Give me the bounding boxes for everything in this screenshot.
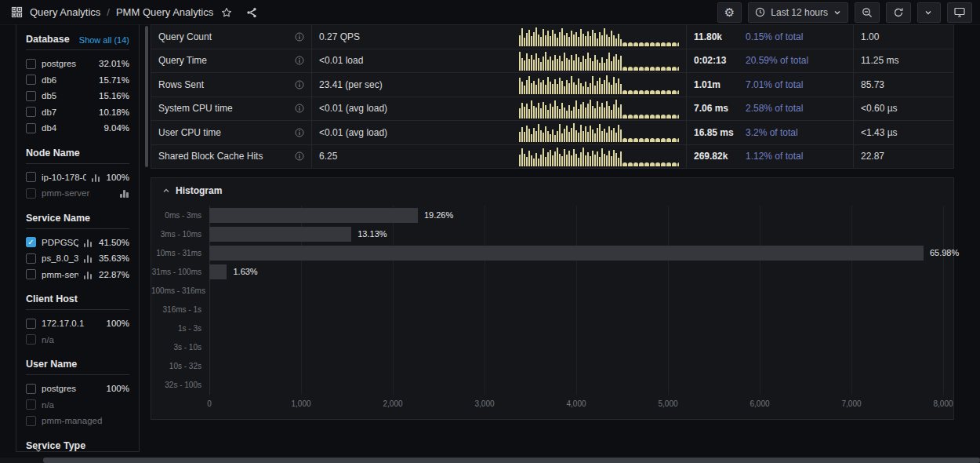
apps-grid-icon[interactable] <box>9 5 24 20</box>
histogram-bucket-label: 1s - 3s <box>151 324 201 333</box>
zoom-out-button[interactable] <box>855 2 880 23</box>
histogram-x-axis: 01,0002,0003,0004,0005,0006,0007,0008,00… <box>209 399 943 410</box>
mini-bar-chart-icon[interactable] <box>120 188 129 198</box>
mini-bar-chart-icon[interactable] <box>84 270 93 279</box>
filter-checkbox[interactable] <box>26 253 36 264</box>
mini-bar-chart-icon[interactable] <box>84 253 93 263</box>
metric-name: User CPU time <box>158 127 295 138</box>
metric-per-query-value: <1.43 µs <box>861 127 898 138</box>
dashboard-settings-button[interactable]: ⚙ <box>717 2 742 23</box>
table-scrollbar[interactable] <box>145 26 148 167</box>
filter-item[interactable]: pmm-server <box>26 185 129 202</box>
histogram-row: 32s - 100s <box>209 376 943 395</box>
percent-of-total-link[interactable]: 7.01% of total <box>746 79 803 90</box>
metric-rate-value: 6.25 <box>319 151 337 162</box>
filter-checkbox[interactable] <box>26 334 36 345</box>
star-icon[interactable] <box>220 5 234 20</box>
kiosk-mode-button[interactable] <box>947 2 972 23</box>
filter-item[interactable]: n/a <box>26 397 129 414</box>
percent-of-total-link[interactable]: 2.58% of total <box>746 103 803 114</box>
filter-checkbox[interactable] <box>26 384 36 394</box>
refresh-interval-dropdown[interactable] <box>917 2 941 23</box>
metric-name: Query Time <box>158 55 295 66</box>
filter-checkbox[interactable] <box>26 269 36 279</box>
info-icon[interactable] <box>295 32 304 42</box>
share-icon[interactable] <box>245 5 259 20</box>
filter-item[interactable]: db5 15.16% <box>26 88 129 104</box>
filter-checkbox[interactable]: ✓ <box>26 237 36 247</box>
collapse-chevron-icon[interactable] <box>162 187 170 195</box>
table-row[interactable]: Query Time <0.01 load 0:02:13 20.59% of … <box>151 49 953 74</box>
filter-item[interactable]: ✓ PDPGSQL_14.... 41.50% <box>26 235 129 251</box>
filter-item[interactable]: ps_8.0_3.144.... 35.63% <box>26 250 129 267</box>
metric-per-query-value: 85.73 <box>861 79 884 90</box>
metric-sparkline[interactable] <box>519 74 679 95</box>
histogram-plot: 0ms - 3ms 19.26% 3ms - 10ms 13.13% 10ms … <box>209 206 943 395</box>
table-row[interactable]: Rows Sent 23.41 (per sec) 1.01m 7.01% of… <box>151 73 953 97</box>
show-all-link[interactable]: Show all (14) <box>79 35 129 45</box>
filter-item[interactable]: ip-10-178-0-1... 100% <box>26 170 129 186</box>
refresh-button[interactable] <box>886 2 911 23</box>
metric-sparkline[interactable] <box>519 122 679 143</box>
breadcrumb-page-title[interactable]: PMM Query Analytics <box>116 6 213 18</box>
metric-rate-value: 0.27 QPS <box>319 31 360 42</box>
histogram-bar[interactable] <box>209 227 351 242</box>
filter-checkbox[interactable] <box>26 123 36 133</box>
table-row[interactable]: Query Count 0.27 QPS 11.80k 0.15% of tot… <box>151 25 953 49</box>
horizontal-scrollbar[interactable] <box>0 458 980 463</box>
filter-item[interactable]: db4 9.04% <box>26 120 129 137</box>
metric-sparkline[interactable] <box>519 26 679 47</box>
mini-bar-chart-icon[interactable] <box>84 238 93 247</box>
filter-checkbox[interactable] <box>26 75 36 85</box>
percent-of-total-link[interactable]: 3.2% of total <box>746 127 798 138</box>
filter-item[interactable]: db6 15.71% <box>26 72 129 89</box>
percent-of-total-link[interactable]: 1.12% of total <box>746 151 803 162</box>
filter-item[interactable]: db7 10.18% <box>26 104 129 121</box>
filter-item[interactable]: postgres 32.01% <box>26 56 129 72</box>
filter-item[interactable]: 172.17.0.1 100% <box>26 315 129 332</box>
horizontal-scrollbar-thumb[interactable] <box>43 458 980 463</box>
time-range-picker[interactable]: Last 12 hours <box>748 2 848 23</box>
filter-item[interactable]: postgres 100% <box>26 381 129 397</box>
histogram-bucket-label: 0ms - 3ms <box>151 211 201 220</box>
histogram-bar[interactable] <box>209 208 418 223</box>
metric-sparkline[interactable] <box>519 50 679 71</box>
filter-item[interactable]: n/a <box>26 332 129 348</box>
info-icon[interactable] <box>295 56 304 65</box>
histogram-bar[interactable] <box>209 264 227 279</box>
filter-item[interactable]: pmm-server-p... 22.87% <box>26 267 129 283</box>
info-icon[interactable] <box>295 80 304 89</box>
metric-sum-value: 16.85 ms <box>694 127 746 138</box>
histogram-bar[interactable] <box>209 246 924 261</box>
filter-checkbox[interactable] <box>26 399 36 410</box>
filter-checkbox[interactable] <box>26 107 36 117</box>
metric-sparkline[interactable] <box>519 98 679 119</box>
metric-sparkline[interactable] <box>519 146 679 167</box>
info-icon[interactable] <box>295 151 304 161</box>
filter-item-label: n/a <box>42 400 129 410</box>
percent-of-total-link[interactable]: 20.59% of total <box>746 55 808 66</box>
mini-bar-chart-icon[interactable] <box>92 173 101 182</box>
filter-checkbox[interactable] <box>26 91 36 101</box>
gear-icon: ⚙ <box>724 6 735 18</box>
percent-of-total-link[interactable]: 0.15% of total <box>746 31 803 42</box>
table-row[interactable]: System CPU time <0.01 (avg load) 7.06 ms… <box>151 97 953 122</box>
info-icon[interactable] <box>295 104 304 113</box>
filter-section-title: User Name <box>26 359 77 370</box>
table-row[interactable]: User CPU time <0.01 (avg load) 16.85 ms … <box>151 121 953 145</box>
filter-checkbox[interactable] <box>26 59 36 69</box>
clock-icon <box>755 7 765 17</box>
table-row[interactable]: Shared Block Cache Hits 6.25 269.82k 1.1… <box>151 145 953 170</box>
filter-item[interactable]: pmm-managed <box>26 413 129 429</box>
breadcrumb-section[interactable]: Query Analytics <box>30 6 100 18</box>
scroll-down-chevron-icon[interactable] <box>34 447 42 454</box>
filter-section-title: Database <box>26 34 70 45</box>
filter-checkbox[interactable] <box>26 188 36 199</box>
filter-checkbox[interactable] <box>26 416 36 426</box>
metric-name: Rows Sent <box>158 79 295 90</box>
filter-checkbox[interactable] <box>26 172 36 182</box>
filter-checkbox[interactable] <box>26 319 36 329</box>
filter-item-percentage: 100% <box>107 384 129 393</box>
info-icon[interactable] <box>295 128 304 137</box>
histogram-bucket-label: 32s - 100s <box>151 381 201 389</box>
